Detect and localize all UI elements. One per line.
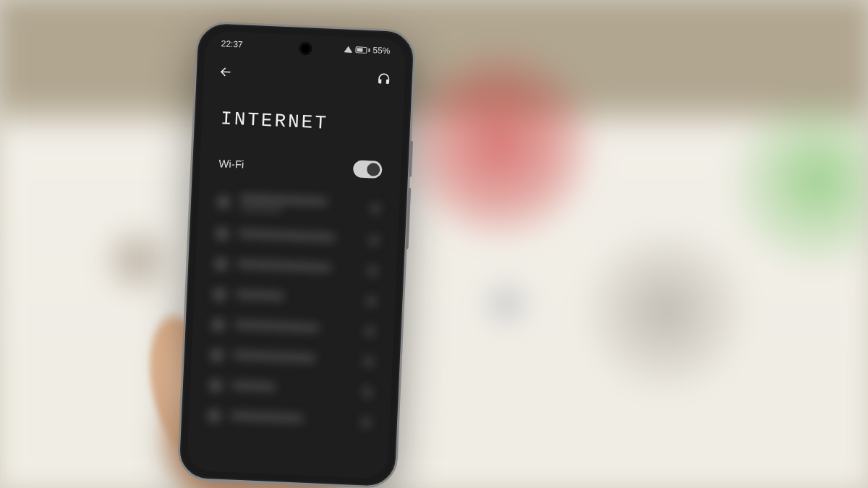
wifi-icon <box>217 195 231 209</box>
wifi-icon <box>213 288 226 301</box>
wifi-signal-icon <box>344 46 352 53</box>
wifi-icon <box>210 348 224 362</box>
page-title: INTERNET <box>220 108 328 134</box>
phone-screen: 22:37 55% INTERNET <box>187 30 407 479</box>
network-item[interactable] <box>203 401 376 438</box>
wifi-icon <box>216 227 229 241</box>
wifi-toggle-row: Wi-Fi <box>200 153 401 179</box>
lock-icon <box>362 387 373 398</box>
lock-icon <box>363 356 374 367</box>
toggle-thumb <box>367 163 380 176</box>
lock-icon <box>369 235 380 246</box>
status-time: 22:37 <box>221 38 243 49</box>
status-bar: 22:37 55% <box>205 38 406 56</box>
lock-icon <box>370 203 381 214</box>
lock-icon <box>365 326 375 337</box>
phone-frame: 22:37 55% INTERNET <box>176 21 416 488</box>
app-bar <box>203 62 405 88</box>
wifi-icon <box>208 409 221 423</box>
back-button[interactable] <box>216 63 234 81</box>
lock-icon <box>366 296 377 307</box>
wifi-icon <box>209 379 223 393</box>
battery-percent: 55% <box>373 45 391 56</box>
wifi-icon <box>211 318 225 332</box>
wifi-label: Wi-Fi <box>218 157 244 171</box>
network-list[interactable] <box>187 184 400 479</box>
wifi-icon <box>214 257 228 271</box>
wifi-toggle[interactable] <box>353 160 383 179</box>
battery-indicator <box>355 46 370 53</box>
headphones-icon <box>375 71 392 87</box>
lock-icon <box>361 417 372 428</box>
lock-icon <box>367 265 378 276</box>
